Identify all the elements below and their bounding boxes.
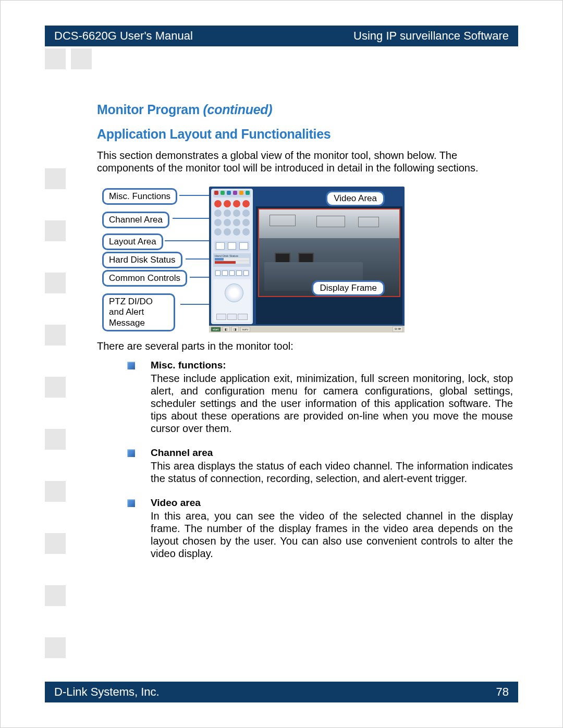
section-title-misc: Misc. functions:	[151, 360, 513, 371]
content-area: Monitor Program (continued) Application …	[97, 102, 513, 572]
intro-paragraph: This section demonstrates a global view …	[97, 149, 513, 174]
app-layout-diagram: Misc. Functions Channel Area Layout Area…	[102, 187, 405, 332]
page-number: 78	[496, 685, 509, 699]
bullet-icon	[127, 449, 135, 457]
paragraph-2: There are several parts in the monitor t…	[97, 340, 513, 352]
callout-ptz: PTZ DI/DO and Alert Message	[102, 293, 175, 331]
callout-layout: Layout Area	[102, 233, 163, 250]
bullet-icon	[127, 362, 135, 369]
bullet-icon	[127, 499, 135, 507]
list-item-channel: Channel area This area displays the stat…	[127, 447, 513, 485]
heading-2: Application Layout and Functionalities	[97, 127, 513, 142]
callout-video: Video Area	[326, 191, 385, 206]
section-body-misc: These include application exit, minimiza…	[151, 372, 513, 435]
callout-hdd: Hard Disk Status	[102, 252, 182, 268]
header-right: Using IP surveillance Software	[353, 29, 509, 43]
callout-misc: Misc. Functions	[102, 188, 177, 205]
list-item-video: Video area In this area, you can see the…	[127, 497, 513, 560]
callout-common: Common Controls	[102, 270, 187, 287]
section-title-channel: Channel area	[151, 447, 513, 459]
section-body-video: In this area, you can see the video of t…	[151, 510, 513, 560]
section-body-channel: This area displays the status of each vi…	[151, 460, 513, 485]
app-screenshot: Hard Disk Status	[209, 187, 405, 332]
heading-1: Monitor Program (continued)	[97, 102, 513, 117]
decorative-squares	[45, 48, 94, 680]
callout-channel: Channel Area	[102, 212, 169, 228]
page-footer: D-Link Systems, Inc. 78	[45, 682, 518, 702]
header-left: DCS-6620G User's Manual	[54, 29, 193, 43]
list-item-misc: Misc. functions: These include applicati…	[127, 360, 513, 435]
page-header: DCS-6620G User's Manual Using IP surveil…	[45, 26, 518, 46]
section-title-video: Video area	[151, 497, 513, 509]
footer-left: D-Link Systems, Inc.	[54, 685, 160, 699]
callout-display: Display Frame	[312, 280, 385, 296]
